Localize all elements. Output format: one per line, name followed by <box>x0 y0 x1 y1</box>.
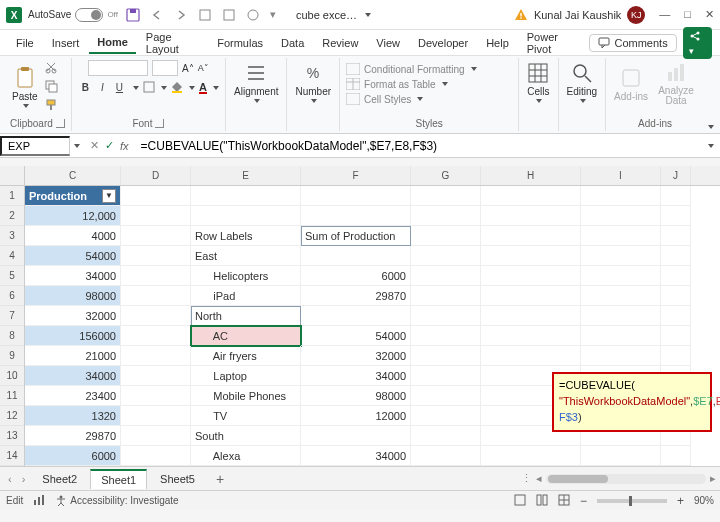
maximize-button[interactable]: □ <box>684 8 691 21</box>
add-sheet-button[interactable]: + <box>208 471 232 487</box>
tab-home[interactable]: Home <box>89 32 136 54</box>
cell-styles-button[interactable]: Cell Styles <box>346 93 423 105</box>
cell[interactable]: 21000 <box>25 346 121 366</box>
cell[interactable] <box>301 246 411 266</box>
stats-icon[interactable] <box>33 494 45 508</box>
hscroll-right-icon[interactable]: ▸ <box>710 472 716 485</box>
cell[interactable]: 98000 <box>25 286 121 306</box>
editing-button[interactable]: Editing <box>565 60 600 105</box>
row-header[interactable]: 3 <box>0 226 24 246</box>
cell[interactable]: 32000 <box>301 346 411 366</box>
addins-button[interactable]: Add-ins <box>612 65 650 104</box>
cell-e7[interactable]: North <box>191 306 301 326</box>
minimize-button[interactable]: — <box>659 8 670 21</box>
bold-button[interactable]: B <box>78 80 93 95</box>
format-painter-icon[interactable] <box>44 98 58 114</box>
comments-button[interactable]: Comments <box>589 34 676 52</box>
row-header[interactable]: 9 <box>0 346 24 366</box>
cell[interactable]: East <box>191 246 301 266</box>
col-header[interactable]: H <box>481 166 581 185</box>
formula-input[interactable] <box>135 137 702 155</box>
cell[interactable]: 34000 <box>301 366 411 386</box>
tab-developer[interactable]: Developer <box>410 33 476 53</box>
tab-review[interactable]: Review <box>314 33 366 53</box>
view-page-layout-icon[interactable] <box>536 494 548 508</box>
name-box[interactable] <box>0 136 70 156</box>
table-header-cell[interactable]: Production ▼ <box>25 186 121 206</box>
name-box-caret-icon[interactable] <box>74 144 80 148</box>
avatar[interactable]: KJ <box>627 6 645 24</box>
zoom-in-button[interactable]: + <box>677 494 684 508</box>
cell[interactable]: Alexa <box>191 446 301 466</box>
tab-help[interactable]: Help <box>478 33 517 53</box>
file-name-caret-icon[interactable] <box>365 13 371 17</box>
sheet-nav-next[interactable]: › <box>18 473 30 485</box>
view-page-break-icon[interactable] <box>558 494 570 508</box>
row-header[interactable]: 4 <box>0 246 24 266</box>
cell[interactable]: 4000 <box>25 226 121 246</box>
qa-icon-2[interactable] <box>222 8 236 22</box>
accessibility-status[interactable]: Accessibility: Investigate <box>55 495 178 507</box>
cell[interactable]: South <box>191 426 301 446</box>
alignment-button[interactable]: Alignment <box>232 60 280 105</box>
number-button[interactable]: % Number <box>293 60 333 105</box>
ribbon-collapse-icon[interactable] <box>708 125 714 129</box>
underline-button[interactable]: U <box>112 80 127 95</box>
row-header[interactable]: 5 <box>0 266 24 286</box>
cell-e8-active[interactable]: AC <box>191 326 301 346</box>
cell[interactable]: Mobile Phones <box>191 386 301 406</box>
row-header[interactable]: 6 <box>0 286 24 306</box>
sheet-tab[interactable]: Sheet2 <box>31 469 88 488</box>
col-header[interactable]: E <box>191 166 301 185</box>
row-header[interactable]: 14 <box>0 446 24 466</box>
col-header[interactable]: I <box>581 166 661 185</box>
cell[interactable]: Helicopters <box>191 266 301 286</box>
font-color-icon[interactable]: A <box>199 81 207 94</box>
italic-button[interactable]: I <box>97 80 108 95</box>
tab-page-layout[interactable]: Page Layout <box>138 27 207 59</box>
sheet-nav-prev[interactable]: ‹ <box>4 473 16 485</box>
undo-icon[interactable] <box>150 8 164 22</box>
conditional-formatting-button[interactable]: Conditional Formatting <box>346 63 477 75</box>
cell[interactable]: Air fryers <box>191 346 301 366</box>
cell[interactable]: 54000 <box>301 326 411 346</box>
cell[interactable]: 156000 <box>25 326 121 346</box>
horizontal-scrollbar[interactable] <box>546 474 706 484</box>
save-icon[interactable] <box>126 8 140 22</box>
close-button[interactable]: ✕ <box>705 8 714 21</box>
sheet-tab[interactable]: Sheet5 <box>149 469 206 488</box>
row-header[interactable]: 1 <box>0 186 24 206</box>
cell[interactable]: iPad <box>191 286 301 306</box>
cell[interactable]: Sum of Production <box>301 226 411 246</box>
cell[interactable] <box>301 306 411 326</box>
sheet-tab[interactable]: Sheet1 <box>90 469 147 489</box>
tab-formulas[interactable]: Formulas <box>209 33 271 53</box>
increase-font-icon[interactable]: A˄ <box>182 63 194 74</box>
col-header[interactable]: F <box>301 166 411 185</box>
formula-expand-icon[interactable] <box>708 144 714 148</box>
view-normal-icon[interactable] <box>514 494 526 508</box>
row-header[interactable]: 2 <box>0 206 24 226</box>
row-header[interactable]: 12 <box>0 406 24 426</box>
zoom-slider[interactable] <box>597 499 667 503</box>
filter-dropdown-icon[interactable]: ▼ <box>102 189 116 203</box>
cell[interactable]: 32000 <box>25 306 121 326</box>
font-size-select[interactable] <box>152 60 178 76</box>
autosave-toggle[interactable] <box>75 8 103 22</box>
cell[interactable]: 98000 <box>301 386 411 406</box>
cell[interactable]: 34000 <box>301 446 411 466</box>
col-header[interactable]: C <box>25 166 121 185</box>
qa-icon-1[interactable] <box>198 8 212 22</box>
cell[interactable]: Laptop <box>191 366 301 386</box>
qa-overflow-icon[interactable]: ▾ <box>270 8 284 22</box>
cell[interactable]: 29870 <box>25 426 121 446</box>
cell[interactable]: 12,000 <box>25 206 121 226</box>
tab-view[interactable]: View <box>368 33 408 53</box>
clipboard-launcher[interactable] <box>56 119 65 128</box>
cell[interactable]: 23400 <box>25 386 121 406</box>
cell[interactable]: 29870 <box>301 286 411 306</box>
tab-file[interactable]: File <box>8 33 42 53</box>
qa-icon-3[interactable] <box>246 8 260 22</box>
font-name-select[interactable] <box>88 60 148 76</box>
cells-area[interactable]: Production ▼ 12,000 4000Row LabelsSum of… <box>25 186 720 466</box>
